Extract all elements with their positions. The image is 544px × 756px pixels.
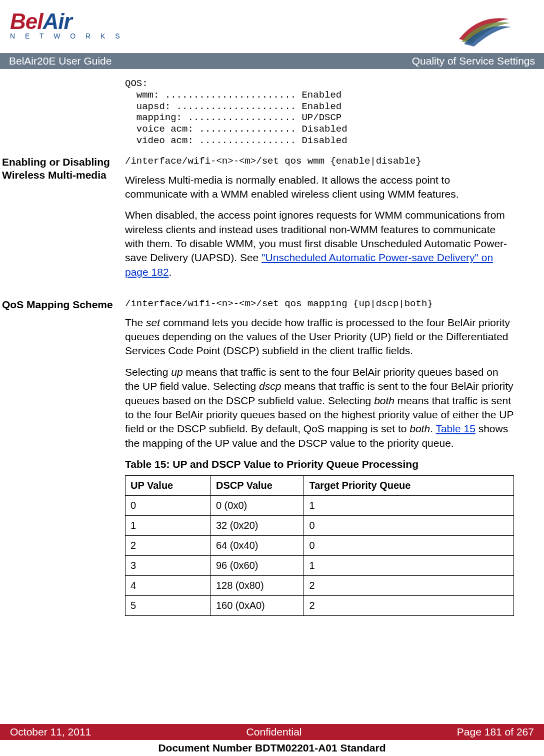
- table-row: 132 (0x20)0: [126, 516, 514, 536]
- section-title: Quality of Service Settings: [412, 55, 535, 67]
- p2e: .: [430, 423, 436, 434]
- table-row: 4128 (0x80)2: [126, 576, 514, 596]
- logo-networks: N E T W O R K S: [10, 32, 124, 40]
- header: BelAir N E T W O R K S: [0, 0, 544, 53]
- table-cell: 3: [126, 556, 211, 576]
- p2a: Selecting: [125, 366, 171, 378]
- footer-conf: Confidential: [246, 726, 302, 738]
- table-cell: 32 (0x20): [210, 516, 304, 536]
- dscp-table: UP Value DSCP Value Target Priority Queu…: [125, 475, 514, 616]
- table-cell: 2: [304, 596, 514, 616]
- th-up: UP Value: [126, 476, 211, 496]
- qos-mapping-para2: Selecting up means that traffic is sent …: [125, 365, 514, 450]
- heading-wmm: Enabling or Disabling Wireless Multi-med…: [0, 156, 125, 286]
- table-cell: 0: [126, 496, 211, 516]
- table-cell: 96 (0x60): [210, 556, 304, 576]
- table-cell: 1: [304, 496, 514, 516]
- table15-link[interactable]: Table 15: [436, 423, 475, 434]
- qos-mapping-para1: The set command lets you decide how traf…: [125, 316, 514, 358]
- p2i2: dscp: [259, 380, 281, 392]
- table-row: 264 (0x40)0: [126, 536, 514, 556]
- th-queue: Target Priority Queue: [304, 476, 514, 496]
- table-row: 396 (0x60)1: [126, 556, 514, 576]
- wmm-para2: When disabled, the access point ignores …: [125, 208, 514, 279]
- logo-air: Air: [42, 9, 72, 34]
- logo: BelAir N E T W O R K S: [10, 9, 124, 40]
- wmm-para2-b: .: [169, 266, 172, 278]
- p2i4: both: [410, 423, 430, 434]
- table-cell: 1: [304, 556, 514, 576]
- footer-bar: October 11, 2011 Confidential Page 181 o…: [0, 724, 544, 740]
- table-cell: 2: [126, 536, 211, 556]
- qos-mapping-cmd: /interface/wifi-<n>-<m>/set qos mapping …: [125, 298, 514, 310]
- p1a: The: [125, 317, 146, 328]
- p2i1: up: [171, 366, 182, 378]
- logo-bel: Bel: [10, 9, 42, 34]
- table-cell: 0 (0x0): [210, 496, 304, 516]
- th-dscp: DSCP Value: [210, 476, 304, 496]
- content-area: QOS: wmm: ....................... Enable…: [0, 69, 544, 616]
- swoosh-icon: [454, 9, 514, 49]
- footer-page: Page 181 of 267: [457, 726, 534, 738]
- qos-output: QOS: wmm: ....................... Enable…: [125, 78, 514, 147]
- p2i3: both: [374, 395, 394, 406]
- p1i1: set: [146, 317, 160, 328]
- qos-mapping-body: /interface/wifi-<n>-<m>/set qos mapping …: [125, 298, 514, 616]
- table-cell: 0: [304, 516, 514, 536]
- table-cell: 5: [126, 596, 211, 616]
- heading-qos-mapping: QoS Mapping Scheme: [0, 298, 125, 616]
- table-row: 5160 (0xA0)2: [126, 596, 514, 616]
- table-cell: 64 (0x40): [210, 536, 304, 556]
- table-cell: 128 (0x80): [210, 576, 304, 596]
- title-bar: BelAir20E User Guide Quality of Service …: [0, 53, 544, 69]
- table-cell: 1: [126, 516, 211, 536]
- section-wmm: Enabling or Disabling Wireless Multi-med…: [0, 156, 514, 286]
- guide-title: BelAir20E User Guide: [9, 55, 112, 67]
- logo-text: BelAir: [10, 9, 124, 34]
- footer-date: October 11, 2011: [10, 726, 91, 738]
- table-row: 00 (0x0)1: [126, 496, 514, 516]
- side-heading-empty: [0, 78, 125, 153]
- section-qos-mapping: QoS Mapping Scheme /interface/wifi-<n>-<…: [0, 298, 514, 616]
- wmm-para1: Wireless Multi-media is normally enabled…: [125, 173, 514, 202]
- table-caption: Table 15: UP and DSCP Value to Priority …: [125, 457, 514, 471]
- table-cell: 4: [126, 576, 211, 596]
- doc-number: Document Number BDTM02201-A01 Standard: [0, 742, 544, 754]
- table-header-row: UP Value DSCP Value Target Priority Queu…: [126, 476, 514, 496]
- p1b: command lets you decide how traffic is p…: [125, 317, 510, 357]
- wmm-body: /interface/wifi-<n>-<m>/set qos wmm {ena…: [125, 156, 514, 286]
- table-cell: 0: [304, 536, 514, 556]
- table-cell: 160 (0xA0): [210, 596, 304, 616]
- qos-output-row: QOS: wmm: ....................... Enable…: [0, 78, 514, 153]
- wmm-cmd: /interface/wifi-<n>-<m>/set qos wmm {ena…: [125, 156, 514, 167]
- qos-output-col: QOS: wmm: ....................... Enable…: [125, 78, 514, 153]
- table-cell: 2: [304, 576, 514, 596]
